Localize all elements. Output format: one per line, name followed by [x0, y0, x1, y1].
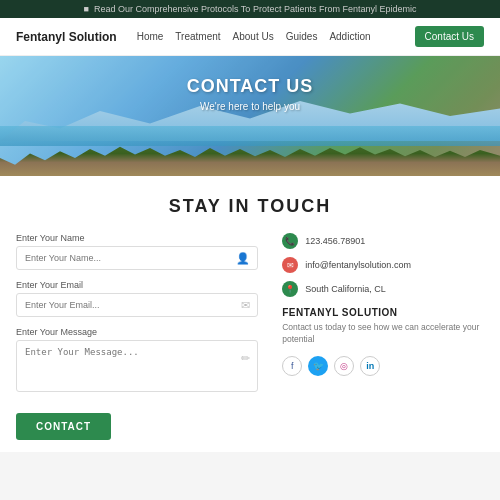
edit-icon: ✏ [241, 352, 250, 365]
nav-addiction[interactable]: Addiction [329, 31, 370, 42]
location-item: 📍 South California, CL [282, 281, 484, 297]
contact-layout: Enter Your Name 👤 Enter Your Email ✉ Ent… [16, 233, 484, 440]
hero-section: CONTACT US We're here to help you [0, 56, 500, 176]
name-input-wrapper: 👤 [16, 246, 258, 270]
nav-links: Home Treatment About Us Guides Addiction [137, 31, 405, 42]
section-title: STAY IN TOUCH [16, 196, 484, 217]
phone-item: 📞 123.456.78901 [282, 233, 484, 249]
hero-water [0, 126, 500, 146]
person-icon: 👤 [236, 252, 250, 265]
message-input[interactable] [16, 340, 258, 392]
company-name: FENTANYL SOLUTION [282, 307, 484, 318]
nav-home[interactable]: Home [137, 31, 164, 42]
name-input[interactable] [16, 246, 258, 270]
phone-text: 123.456.78901 [305, 236, 365, 246]
nav-treatment[interactable]: Treatment [175, 31, 220, 42]
email-label: Enter Your Email [16, 280, 258, 290]
contact-us-button[interactable]: Contact Us [415, 26, 484, 47]
hero-text: CONTACT US We're here to help you [0, 76, 500, 112]
social-icons: f 🐦 ◎ in [282, 356, 484, 376]
name-field-group: Enter Your Name 👤 [16, 233, 258, 270]
submit-button[interactable]: CONTACT [16, 413, 111, 440]
message-label: Enter Your Message [16, 327, 258, 337]
instagram-icon[interactable]: ◎ [334, 356, 354, 376]
email-field-group: Enter Your Email ✉ [16, 280, 258, 317]
contact-info: 📞 123.456.78901 ✉ info@fentanylsolution.… [274, 233, 484, 440]
banner-icon: ■ [84, 4, 89, 14]
hero-title: CONTACT US [0, 76, 500, 97]
envelope-icon: ✉ [282, 257, 298, 273]
phone-icon: 📞 [282, 233, 298, 249]
location-text: South California, CL [305, 284, 386, 294]
location-icon: 📍 [282, 281, 298, 297]
email-icon: ✉ [241, 299, 250, 312]
hero-subtitle: We're here to help you [0, 101, 500, 112]
email-item: ✉ info@fentanylsolution.com [282, 257, 484, 273]
contact-form: Enter Your Name 👤 Enter Your Email ✉ Ent… [16, 233, 258, 440]
navbar: Fentanyl Solution Home Treatment About U… [0, 18, 500, 56]
twitter-icon[interactable]: 🐦 [308, 356, 328, 376]
message-input-wrapper: ✏ [16, 340, 258, 395]
banner-text: Read Our Comprehensive Protocols To Prot… [94, 4, 416, 14]
message-field-group: Enter Your Message ✏ [16, 327, 258, 395]
main-content: STAY IN TOUCH Enter Your Name 👤 Enter Yo… [0, 176, 500, 452]
name-label: Enter Your Name [16, 233, 258, 243]
top-banner: ■ Read Our Comprehensive Protocols To Pr… [0, 0, 500, 18]
email-input-wrapper: ✉ [16, 293, 258, 317]
email-input[interactable] [16, 293, 258, 317]
facebook-icon[interactable]: f [282, 356, 302, 376]
linkedin-icon[interactable]: in [360, 356, 380, 376]
nav-logo: Fentanyl Solution [16, 30, 117, 44]
nav-about[interactable]: About Us [233, 31, 274, 42]
email-text: info@fentanylsolution.com [305, 260, 411, 270]
nav-guides[interactable]: Guides [286, 31, 318, 42]
company-desc: Contact us today to see how we can accel… [282, 322, 484, 346]
